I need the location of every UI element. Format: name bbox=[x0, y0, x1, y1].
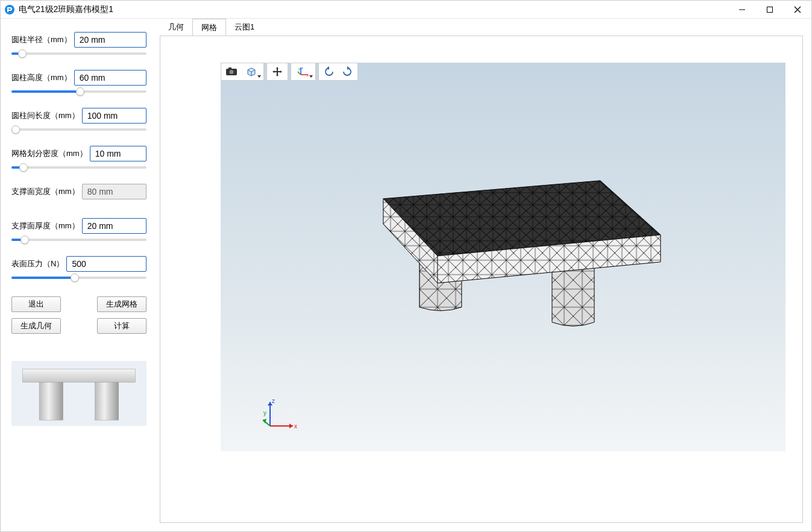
support-width-input bbox=[82, 184, 146, 199]
rotate-cw-icon[interactable] bbox=[338, 64, 356, 79]
svg-text:x: x bbox=[307, 74, 309, 77]
cylinder-spacing-label: 圆柱间长度（mm） bbox=[11, 110, 80, 121]
axis-xyz-icon[interactable]: xyz bbox=[292, 64, 314, 79]
svg-text:z: z bbox=[272, 398, 275, 404]
cylinder-radius-input[interactable] bbox=[74, 32, 146, 48]
generate-geometry-button[interactable]: 生成几何 bbox=[11, 318, 61, 334]
mesh-density-input[interactable] bbox=[90, 146, 146, 161]
generate-mesh-button[interactable]: 生成网格 bbox=[97, 296, 146, 312]
surface-pressure-input[interactable] bbox=[66, 256, 146, 272]
tab-cloud[interactable]: 云图1 bbox=[226, 19, 263, 36]
svg-text:y: y bbox=[263, 410, 266, 416]
svg-rect-6 bbox=[39, 382, 63, 420]
support-thickness-input[interactable] bbox=[82, 218, 146, 234]
cylinder-height-input[interactable] bbox=[74, 70, 146, 86]
svg-rect-2 bbox=[767, 7, 773, 12]
viewport-canvas[interactable]: x y z bbox=[221, 63, 785, 451]
app-icon bbox=[4, 4, 15, 15]
maximize-button[interactable] bbox=[756, 1, 784, 19]
svg-marker-9 bbox=[289, 424, 293, 428]
camera-icon[interactable] bbox=[222, 64, 241, 79]
cylinder-height-slider[interactable] bbox=[11, 90, 146, 93]
title-bar: 电气21级2班顾嘉伟模型1 bbox=[1, 1, 811, 19]
cylinder-spacing-input[interactable] bbox=[82, 108, 146, 124]
cylinder-radius-label: 圆柱半径（mm） bbox=[11, 34, 72, 45]
mesh-model bbox=[347, 144, 672, 361]
view-tabs: 几何 网格 云图1 bbox=[160, 19, 811, 36]
cylinder-height-label: 圆柱高度（mm） bbox=[11, 72, 72, 83]
svg-text:y: y bbox=[298, 67, 300, 70]
support-thickness-label: 支撑面厚度（mm） bbox=[11, 221, 80, 231]
cylinder-radius-slider[interactable] bbox=[11, 52, 146, 55]
window-title: 电气21级2班顾嘉伟模型1 bbox=[19, 4, 728, 15]
viewport-toolbar: xyz bbox=[221, 63, 358, 81]
close-button[interactable] bbox=[784, 1, 811, 19]
svg-point-18 bbox=[230, 70, 234, 74]
svg-text:x: x bbox=[294, 423, 297, 430]
support-width-label: 支撑面宽度（mm） bbox=[11, 186, 80, 197]
surface-pressure-slider[interactable] bbox=[11, 277, 146, 279]
support-thickness-slider[interactable] bbox=[11, 239, 146, 241]
viewport[interactable]: x y z bbox=[160, 36, 803, 523]
exit-button[interactable]: 退出 bbox=[11, 296, 61, 312]
cylinder-spacing-slider[interactable] bbox=[11, 128, 146, 131]
mesh-density-slider[interactable] bbox=[11, 166, 146, 169]
tab-geometry[interactable]: 几何 bbox=[160, 19, 192, 36]
mesh-density-label: 网格划分密度（mm） bbox=[11, 148, 87, 159]
tab-mesh[interactable]: 网格 bbox=[192, 19, 226, 36]
rotate-ccw-icon[interactable] bbox=[320, 64, 338, 79]
minimize-button[interactable] bbox=[728, 1, 756, 19]
svg-rect-19 bbox=[228, 67, 231, 69]
compute-button[interactable]: 计算 bbox=[97, 318, 146, 334]
cube-view-icon[interactable] bbox=[241, 64, 262, 79]
axis-indicator: x y z bbox=[259, 397, 295, 433]
geometry-preview bbox=[11, 361, 146, 426]
surface-pressure-label: 表面压力（N） bbox=[11, 258, 64, 269]
svg-text:z: z bbox=[301, 66, 303, 70]
pan-icon[interactable] bbox=[268, 64, 286, 79]
svg-rect-5 bbox=[23, 369, 136, 383]
svg-rect-7 bbox=[95, 382, 119, 420]
parameter-sidebar: 圆柱半径（mm） 圆柱高度（mm） 圆柱间长度（mm） bbox=[1, 19, 157, 531]
